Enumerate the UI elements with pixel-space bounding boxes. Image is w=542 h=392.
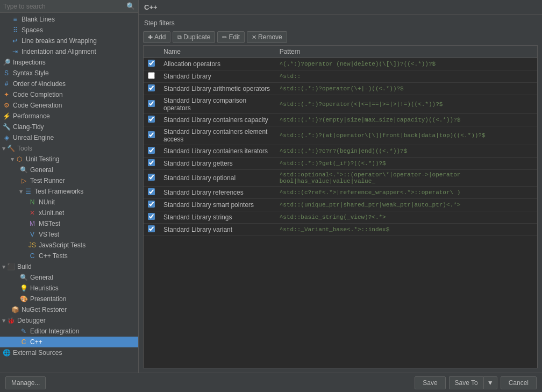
filters-table: Name Pattern Allocation operators ^(.*:)… [144,46,537,236]
tree-item-performance[interactable]: ⚡ Performance [0,111,138,122]
remove-button[interactable]: ✕ Remove [247,31,287,43]
row-checkbox-0[interactable] [148,60,155,67]
indentation-label: Indentation and Alignment [22,48,96,55]
row-checkbox-12[interactable] [148,225,155,232]
external-sources-icon: 🌐 [2,348,11,357]
save-button[interactable]: Save [415,376,445,389]
section-tools[interactable]: ▶ 🔨 Tools [0,143,138,154]
syntax-style-icon: S [2,69,11,77]
clang-tidy-label: Clang-Tidy [13,123,44,131]
tree-item-order-includes[interactable]: # Order of #includes [0,79,138,89]
row-checkbox-3[interactable] [148,100,155,107]
row-checkbox-cell [144,95,159,114]
row-name-4: Standard Library containers capacity [159,114,275,126]
save-to-group: Save To ▼ [449,376,497,389]
toolbar: ✚ Add ⧉ Duplicate ✏ Edit ✕ Remove [139,29,542,45]
save-to-button[interactable]: Save To [449,376,483,389]
row-name-8: Standard Library optional [159,170,275,187]
row-checkbox-1[interactable] [148,72,155,79]
inspections-label: Inspections [13,59,46,66]
code-generation-label: Code Generation [13,102,62,109]
save-to-arrow-button[interactable]: ▼ [483,376,497,389]
tree-item-cpp-debugger[interactable]: C C++ [0,337,138,347]
presentation-label: Presentation [30,295,66,303]
row-checkbox-4[interactable] [148,116,155,123]
row-checkbox-6[interactable] [148,147,155,154]
tree-item-js-tests[interactable]: JS JavaScript Tests [0,240,138,251]
tree-item-test-frameworks[interactable]: ▶ ☰ Test Frameworks [0,186,138,197]
row-pattern-5: ^std::(.*:)?(at|operator\[\]|front|back|… [275,126,537,145]
right-panel: C++ Step filters ✚ Add ⧉ Duplicate ✏ Edi… [139,0,542,373]
row-name-9: Standard Library references [159,187,275,199]
tree-item-general-ut[interactable]: 🔍 General [0,165,138,175]
search-input[interactable] [3,3,124,10]
manage-button[interactable]: Manage... [5,376,46,389]
row-checkbox-cell [144,170,159,187]
add-button[interactable]: ✚ Add [143,31,170,43]
tree-item-line-breaks[interactable]: ↵ Line breaks and Wrapping [0,35,138,46]
row-pattern-0: ^(.*:)?operator (new|delete)(\[\])?((<.*… [275,58,537,70]
edit-button[interactable]: ✏ Edit [217,31,245,43]
section-debugger[interactable]: ▶ 🐞 Debugger [0,315,138,326]
tree-item-code-generation[interactable]: ⚙ Code Generation [0,100,138,111]
external-sources-label: External Sources [13,349,62,357]
table-row: Standard Library smart pointers ^std::(u… [144,199,537,211]
tree-item-editor-integration[interactable]: ✎ Editor Integration [0,326,138,337]
tree-item-nunit[interactable]: N NUnit [0,197,138,208]
clang-tidy-icon: 🔧 [2,123,11,131]
tools-icon: 🔨 [6,144,15,153]
editor-integration-icon: ✎ [19,327,28,336]
tree-item-inspections[interactable]: 🔎 Inspections [0,57,138,68]
duplicate-button[interactable]: ⧉ Duplicate [173,31,215,43]
row-checkbox-cell [144,70,159,83]
section-build[interactable]: ▶ ⬛ Build [0,261,138,272]
remove-label: Remove [258,33,282,41]
spaces-label: Spaces [22,26,43,34]
row-checkbox-cell [144,114,159,126]
tree-item-mstest[interactable]: M MSTest [0,218,138,229]
tree-item-heuristics[interactable]: 💡 Heuristics [0,283,138,294]
row-checkbox-9[interactable] [148,188,155,195]
tree-item-code-completion[interactable]: ✦ Code Completion [0,89,138,100]
row-checkbox-2[interactable] [148,84,155,91]
tree-item-external-sources[interactable]: 🌐 External Sources [0,347,138,358]
row-checkbox-cell [144,83,159,95]
syntax-style-label: Syntax Style [13,69,49,77]
tree-item-unit-testing[interactable]: ▶ ⬡ Unit Testing [0,154,138,165]
content-area: 🔍 ≡ Blank Lines ⠿ Spaces ↵ Line breaks a… [0,0,542,373]
tree-item-general-build[interactable]: 🔍 General [0,272,138,283]
nuget-label: NuGet Restorer [22,306,67,313]
row-checkbox-5[interactable] [148,131,155,138]
debugger-label: Debugger [17,317,46,324]
tree-item-clang-tidy[interactable]: 🔧 Clang-Tidy [0,122,138,132]
tree-item-blank-lines[interactable]: ≡ Blank Lines [0,14,138,25]
vstest-icon: V [28,230,37,239]
test-runner-icon: ▷ [19,176,28,185]
tree-item-vstest[interactable]: V VSTest [0,229,138,240]
duplicate-icon: ⧉ [177,34,182,41]
nuget-icon: 📦 [11,305,19,314]
tree-item-xunit[interactable]: ✕ xUnit.net [0,208,138,218]
row-checkbox-8[interactable] [148,174,155,181]
row-checkbox-11[interactable] [148,213,155,220]
tree-item-cpp-tests[interactable]: C C++ Tests [0,251,138,261]
cancel-button[interactable]: Cancel [501,376,537,389]
tools-arrow-icon: ▶ [2,147,6,150]
row-checkbox-10[interactable] [148,201,155,208]
presentation-icon: 🎨 [19,295,28,303]
bottom-right: Save Save To ▼ Cancel [415,376,537,389]
tree-item-test-runner[interactable]: ▷ Test Runner [0,175,138,186]
duplicate-label: Duplicate [183,33,210,41]
row-checkbox-cell [144,126,159,145]
vstest-label: VSTest [39,231,59,238]
general-ut-icon: 🔍 [19,166,28,174]
tree-item-spaces[interactable]: ⠿ Spaces [0,25,138,35]
tree-item-nuget[interactable]: 📦 NuGet Restorer [0,304,138,315]
test-frameworks-icon: ☰ [24,187,32,196]
tree-item-presentation[interactable]: 🎨 Presentation [0,294,138,304]
js-tests-label: JavaScript Tests [39,241,85,249]
tree-item-unreal-engine[interactable]: ◈ Unreal Engine [0,132,138,143]
tree-item-syntax-style[interactable]: S Syntax Style [0,68,138,79]
tree-item-indentation[interactable]: ⇥ Indentation and Alignment [0,46,138,57]
row-checkbox-7[interactable] [148,159,155,166]
